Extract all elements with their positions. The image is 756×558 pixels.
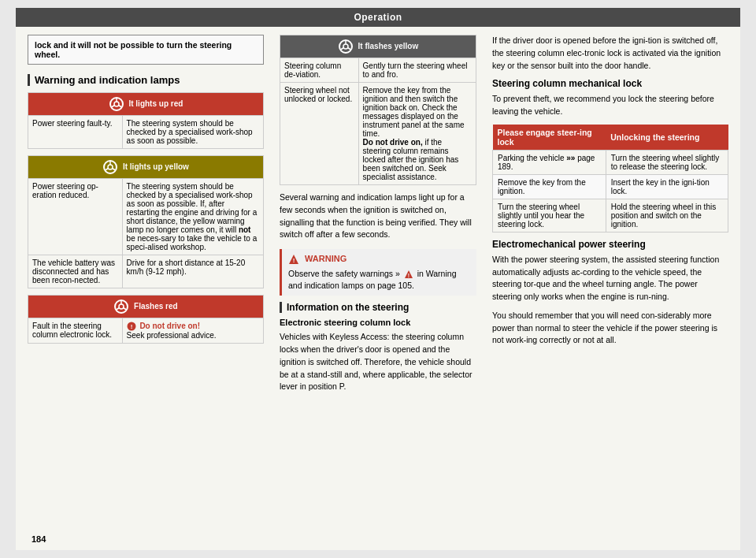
table-row: Power steering fault-ty. The steering sy… xyxy=(28,116,264,149)
svg-line-13 xyxy=(117,308,120,311)
flashes-red-table: Flashes red Fault in the steering column… xyxy=(28,295,264,344)
table-col2-header: Unlocking the steering xyxy=(606,125,728,151)
header-title: Operation xyxy=(354,12,402,23)
cell-op-label: Power steering op-eration reduced. xyxy=(28,179,123,255)
steering-icon-red xyxy=(109,96,124,112)
page-number: 184 xyxy=(32,534,46,544)
cell-turn-wheel-unlock: Hold the steering wheel in this position… xyxy=(606,199,728,232)
flashes-red-header: Flashes red xyxy=(28,296,264,318)
cell-parking-unlock: Turn the steering wheel slightly to rele… xyxy=(606,150,728,174)
cell-fault-steer-label: Fault in the steering column electronic … xyxy=(28,318,123,344)
lights-yellow-header: It lights up yellow xyxy=(28,156,264,179)
svg-line-8 xyxy=(106,169,109,171)
cell-deviation-desc: Gently turn the steering wheel to and fr… xyxy=(358,58,476,83)
mech-lock-text: To prevent theft, we recommend you lock … xyxy=(492,93,728,118)
svg-point-1 xyxy=(114,102,119,106)
electromech-title: Electromechanical power steering xyxy=(492,239,728,250)
cell-remove-key-unlock: Insert the key in the igni-tion lock. xyxy=(606,174,728,199)
cell-unlocked-desc: Remove the key from the ignition and the… xyxy=(358,83,476,185)
cell-fault-desc: The steering system should be checked by… xyxy=(122,116,263,149)
right-column: If the driver door is opened before the … xyxy=(484,35,728,393)
svg-point-6 xyxy=(108,165,113,169)
lights-red-table: It lights up red Power steering fault-ty… xyxy=(28,92,264,149)
svg-text:!: ! xyxy=(408,273,410,278)
steering-lock-table: Please engage steer-ing lock Unlocking t… xyxy=(492,125,728,232)
svg-line-20 xyxy=(340,48,343,50)
steering-icon-flashes-y xyxy=(338,39,354,54)
table-row: Steering column de-viation. Gently turn … xyxy=(280,58,476,83)
svg-point-18 xyxy=(343,44,348,49)
electromech-text-1: With the power steering system, the assi… xyxy=(492,254,728,303)
page-header: Operation xyxy=(16,8,740,27)
cell-battery-desc: Drive for a short distance at 15-20 km/h… xyxy=(122,255,263,288)
table-row: The vehicle battery was disconnected and… xyxy=(28,255,264,288)
table-row: Fault in the steering column electronic … xyxy=(28,318,264,344)
svg-line-4 xyxy=(118,106,121,108)
cell-fault-steer-desc: ! Do not drive on! Seek professional adv… xyxy=(122,318,263,344)
warning-box: ! WARNING Observe the safety warnings » … xyxy=(280,249,476,296)
svg-line-14 xyxy=(124,308,127,311)
lights-yellow-table: It lights up yellow Power steering op-er… xyxy=(28,155,264,288)
cell-battery-label: The vehicle battery was disconnected and… xyxy=(28,255,123,288)
info-box-text: lock and it will not be possible to turn… xyxy=(35,40,232,59)
lights-red-header: It lights up red xyxy=(28,93,264,116)
table-row: Power steering op-eration reduced. The s… xyxy=(28,179,264,255)
mid-column: It flashes yellow Steering column de-via… xyxy=(272,35,484,393)
steering-icon-yellow xyxy=(102,159,118,175)
cell-remove-key: Remove the key from the ignition. xyxy=(493,174,606,199)
flashes-yellow-table: It flashes yellow Steering column de-via… xyxy=(280,35,476,185)
table-col1-header: Please engage steer-ing lock xyxy=(493,125,606,151)
svg-text:!: ! xyxy=(293,257,295,264)
cell-op-desc: The steering system should be checked by… xyxy=(122,179,263,255)
svg-line-21 xyxy=(347,48,350,50)
table-row: Steering wheel not unlocked or locked. R… xyxy=(280,83,476,185)
svg-text:!: ! xyxy=(130,323,132,330)
cell-deviation-label: Steering column de-viation. xyxy=(280,58,359,83)
electromech-text-2: You should remember that you will need c… xyxy=(492,310,728,347)
table-row: Parking the vehicle »» page 189. Turn th… xyxy=(493,150,728,174)
info-section-title: Information on the steering xyxy=(280,302,476,313)
body-text: Several warning and indication lamps lig… xyxy=(280,192,476,241)
flashes-yellow-header: It flashes yellow xyxy=(280,35,476,58)
page: Operation lock and it will not be possib… xyxy=(16,8,740,550)
mech-lock-title: Steering column mechanical lock xyxy=(492,78,728,89)
electronic-lock-text: Vehicles with Keyless Access: the steeri… xyxy=(280,331,476,393)
svg-line-3 xyxy=(111,106,114,108)
cell-fault-label: Power steering fault-ty. xyxy=(28,116,123,149)
section-title: Warning and indication lamps xyxy=(28,74,264,86)
svg-line-9 xyxy=(113,169,116,171)
svg-point-11 xyxy=(119,304,124,309)
warning-title: ! WARNING xyxy=(288,254,470,265)
steering-icon-flashes xyxy=(113,299,129,314)
right-body-text-1: If the driver door is opened before the … xyxy=(492,35,728,72)
table-row: Turn the steering wheel slightly until y… xyxy=(493,199,728,232)
cell-unlocked-label: Steering wheel not unlocked or locked. xyxy=(280,83,359,185)
cell-parking: Parking the vehicle »» page 189. xyxy=(493,150,606,174)
cell-turn-wheel: Turn the steering wheel slightly until y… xyxy=(493,199,606,232)
left-column: lock and it will not be possible to turn… xyxy=(28,35,272,393)
info-box: lock and it will not be possible to turn… xyxy=(28,35,264,65)
electronic-lock-title: Electronic steering column lock xyxy=(280,318,476,327)
warning-text: Observe the safety warnings » ! in Warni… xyxy=(288,268,470,291)
table-row: Remove the key from the ignition. Insert… xyxy=(493,174,728,199)
